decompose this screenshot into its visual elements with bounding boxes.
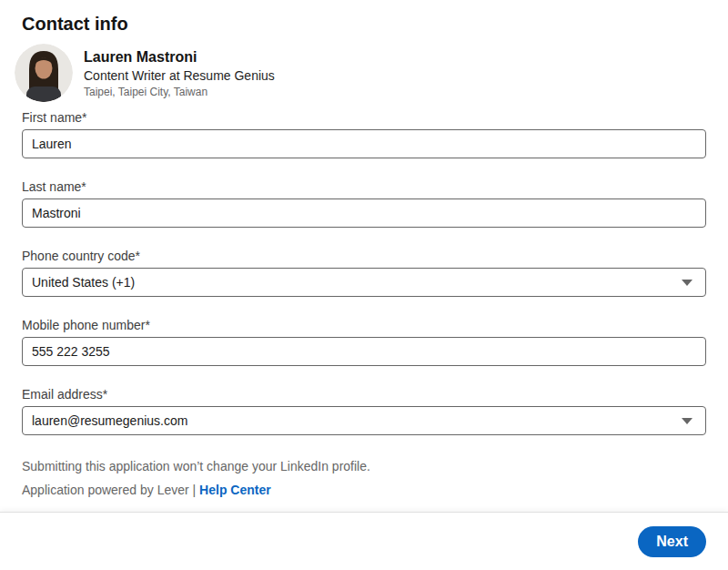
avatar-image bbox=[15, 44, 73, 102]
profile-headline: Content Writer at Resume Genius bbox=[84, 67, 275, 85]
contact-info-panel: Contact info Lauren Mastroni Content Wri… bbox=[0, 0, 728, 499]
phone-country-code-label: Phone country code* bbox=[22, 248, 706, 264]
powered-by-prefix: Application powered by Lever | bbox=[22, 483, 196, 497]
first-name-label: First name* bbox=[22, 109, 706, 126]
profile-text: Lauren Mastroni Content Writer at Resume… bbox=[84, 47, 275, 99]
footer-notes: Submitting this application won’t change… bbox=[22, 457, 706, 499]
first-name-input[interactable] bbox=[22, 129, 706, 158]
page-title: Contact info bbox=[22, 11, 706, 36]
last-name-input[interactable] bbox=[22, 198, 706, 228]
email-group: Email address* lauren@resumegenius.com bbox=[22, 386, 706, 435]
mobile-phone-label: Mobile phone number* bbox=[22, 317, 706, 333]
profile-location: Taipei, Taipei City, Taiwan bbox=[84, 85, 275, 99]
email-label: Email address* bbox=[22, 386, 706, 402]
profile-summary: Lauren Mastroni Content Writer at Resume… bbox=[15, 44, 706, 102]
profile-name: Lauren Mastroni bbox=[84, 47, 275, 67]
next-button[interactable]: Next bbox=[638, 526, 706, 557]
chevron-down-icon bbox=[682, 418, 693, 424]
phone-country-code-group: Phone country code* United States (+1) bbox=[22, 248, 706, 297]
powered-by-text: Application powered by Lever | Help Cent… bbox=[22, 481, 706, 499]
email-value: lauren@resumegenius.com bbox=[32, 413, 187, 428]
avatar bbox=[15, 44, 73, 102]
phone-country-code-select[interactable]: United States (+1) bbox=[22, 268, 706, 297]
chevron-down-icon bbox=[682, 280, 693, 286]
help-center-link[interactable]: Help Center bbox=[199, 483, 271, 497]
profile-disclaimer: Submitting this application won’t change… bbox=[22, 457, 706, 475]
mobile-phone-input[interactable] bbox=[22, 337, 706, 366]
email-select[interactable]: lauren@resumegenius.com bbox=[22, 406, 706, 435]
phone-country-code-value: United States (+1) bbox=[32, 275, 135, 290]
last-name-group: Last name* bbox=[22, 178, 706, 228]
modal-footer-bar: Next bbox=[0, 512, 728, 570]
first-name-group: First name* bbox=[22, 109, 706, 158]
mobile-phone-group: Mobile phone number* bbox=[22, 317, 706, 366]
last-name-label: Last name* bbox=[22, 178, 706, 195]
